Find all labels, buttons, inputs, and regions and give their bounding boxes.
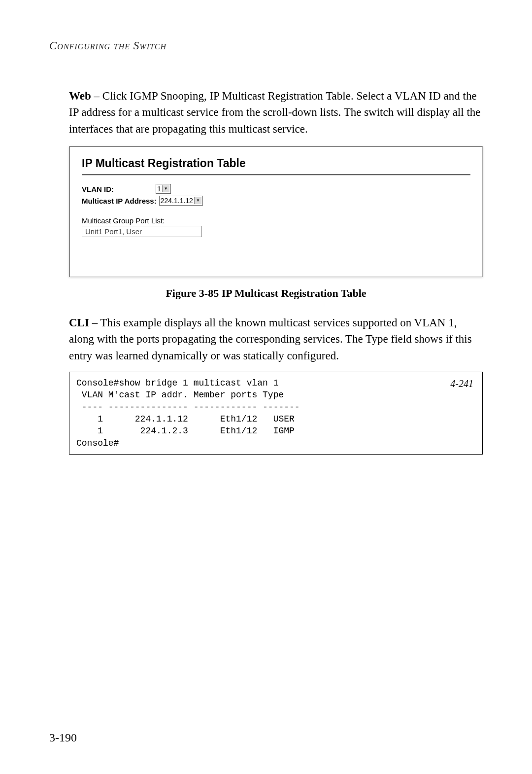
figure-title: IP Multicast Registration Table <box>82 157 470 175</box>
vlan-id-label: VLAN ID: <box>82 185 156 193</box>
figure-caption: Figure 3-85 IP Multicast Registration Ta… <box>49 287 483 300</box>
cli-lead: CLI <box>69 317 89 329</box>
vlan-id-select[interactable]: 1 ▼ <box>156 184 171 194</box>
mcast-ip-label: Multicast IP Address: <box>82 197 157 205</box>
web-paragraph: Web – Click IGMP Snooping, IP Multicast … <box>69 88 483 137</box>
mcast-ip-value: 224.1.1.12 <box>161 196 194 205</box>
port-list-label: Multicast Group Port List: <box>82 216 470 225</box>
cli-text: Console#show bridge 1 multicast vlan 1 V… <box>76 378 300 448</box>
figure-box: IP Multicast Registration Table VLAN ID:… <box>69 146 483 277</box>
mcast-ip-row: Multicast IP Address: 224.1.1.12 ▼ <box>82 196 470 206</box>
mcast-ip-select[interactable]: 224.1.1.12 ▼ <box>159 196 203 206</box>
chevron-down-icon[interactable]: ▼ <box>194 197 201 204</box>
page-header: Configuring the Switch <box>49 39 483 52</box>
cli-paragraph: CLI – This example displays all the know… <box>69 315 483 364</box>
page-number: 3-190 <box>49 731 77 744</box>
vlan-id-value: 1 <box>157 184 162 193</box>
web-lead: Web <box>69 90 91 102</box>
vlan-id-row: VLAN ID: 1 ▼ <box>82 184 470 194</box>
cli-body: – This example displays all the known mu… <box>69 317 472 362</box>
cli-output: 4-241Console#show bridge 1 multicast vla… <box>69 372 483 455</box>
cli-ref: 4-241 <box>450 377 473 390</box>
web-body: – Click IGMP Snooping, IP Multicast Regi… <box>69 90 481 135</box>
port-list-box: Unit1 Port1, User <box>82 226 202 237</box>
chevron-down-icon[interactable]: ▼ <box>162 185 169 192</box>
